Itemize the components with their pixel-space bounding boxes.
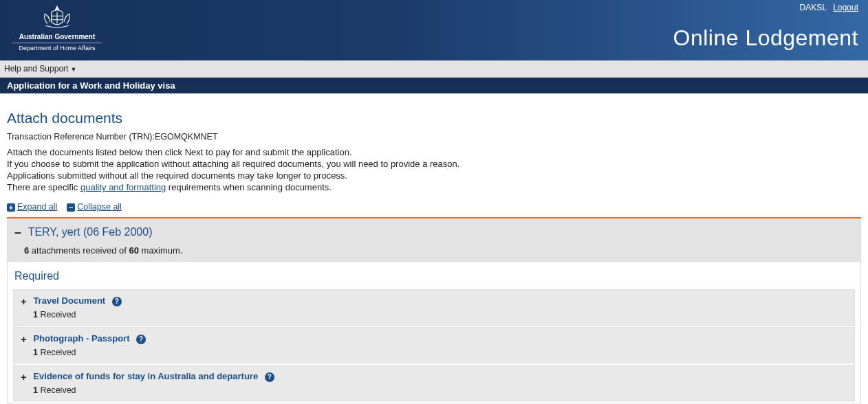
received-count: 1 [33, 348, 38, 357]
count-mid: attachments received of [29, 245, 129, 256]
instruction-3: Applications submitted without all the r… [7, 170, 861, 181]
gov-logo-block: Australian Government Department of Home… [12, 4, 102, 52]
collapse-all-label: Collapse all [77, 202, 122, 212]
app-title: Online Lodgement [673, 25, 858, 51]
trn-line: Transaction Reference Number (TRN):EGOMQ… [7, 132, 861, 142]
help-icon[interactable]: ? [136, 335, 146, 344]
chevron-down-icon: ▼ [70, 66, 76, 73]
expand-item-toggle[interactable]: + [21, 333, 27, 345]
minus-icon: − [67, 203, 75, 212]
required-area: Required + Travel Document ? 1 Received … [7, 262, 861, 403]
help-menu-label: Help and Support [4, 64, 68, 74]
trn-label: Transaction Reference Number (TRN): [7, 132, 155, 142]
trn-value: EGOMQKMNET [155, 132, 218, 142]
instruction-2: If you choose to submit the application … [7, 159, 861, 169]
received-line: 1 Received [33, 348, 847, 357]
instruction-1: Attach the documents listed below then c… [7, 147, 861, 157]
received-count: 1 [33, 385, 38, 395]
required-item: + Travel Document ? 1 Received [13, 289, 855, 326]
doc-title[interactable]: Evidence of funds for stay in Australia … [33, 371, 258, 381]
required-item: + Evidence of funds for stay in Australi… [13, 365, 855, 401]
main-content: Attach documents Transaction Reference N… [0, 93, 868, 404]
received-label: Received [38, 348, 76, 357]
applicant-header: – TERY, yert (06 Feb 2000) 6 attachments… [7, 218, 861, 262]
logout-link[interactable]: Logout [833, 3, 858, 12]
applicant-section: – TERY, yert (06 Feb 2000) 6 attachments… [7, 217, 861, 403]
attachment-count: 6 attachments received of 60 maximum. [24, 245, 854, 256]
received-line: 1 Received [33, 310, 847, 319]
gov-name: Australian Government [12, 33, 102, 41]
quality-formatting-link[interactable]: quality and formatting [80, 182, 166, 192]
instruction-4: There are specific quality and formattin… [7, 182, 861, 192]
count-suffix: maximum. [139, 245, 183, 256]
applicant-name[interactable]: TERY, yert (06 Feb 2000) [28, 226, 153, 238]
plus-icon: + [7, 203, 15, 212]
expand-collapse-row: +Expand all −Collapse all [7, 202, 861, 212]
instruction-4b: requirements when scanning documents. [166, 182, 332, 192]
received-label: Received [38, 385, 76, 395]
page-heading: Attach documents [7, 110, 861, 126]
required-heading: Required [14, 270, 855, 282]
help-icon[interactable]: ? [265, 372, 274, 382]
expand-item-toggle[interactable]: + [21, 371, 27, 383]
help-menu[interactable]: Help and Support▼ [4, 64, 76, 74]
help-icon[interactable]: ? [112, 297, 122, 306]
collapse-toggle[interactable]: – [14, 225, 21, 240]
expand-all-link[interactable]: +Expand all [7, 202, 57, 212]
expand-item-toggle[interactable]: + [21, 295, 27, 307]
form-title-bar: Application for a Work and Holiday visa [0, 78, 868, 93]
username: DAKSL [800, 3, 827, 12]
coat-of-arms-icon [12, 4, 102, 32]
expand-all-label: Expand all [17, 202, 57, 212]
app-header: DAKSL Logout Australian Government Depar… [0, 0, 868, 60]
collapse-all-link[interactable]: −Collapse all [67, 202, 122, 212]
received-count: 1 [33, 310, 38, 319]
instruction-4a: There are specific [7, 182, 80, 192]
dept-name: Department of Home Affairs [12, 43, 102, 52]
doc-title[interactable]: Photograph - Passport [33, 333, 129, 344]
received-label: Received [38, 310, 76, 319]
user-bar: DAKSL Logout [800, 3, 858, 12]
doc-title[interactable]: Travel Document [33, 295, 105, 306]
form-title: Application for a Work and Holiday visa [7, 80, 175, 91]
received-line: 1 Received [33, 385, 847, 395]
toolbar: Help and Support▼ [0, 60, 868, 78]
required-item: + Photograph - Passport ? 1 Received [13, 327, 855, 363]
count-max: 60 [129, 245, 138, 256]
